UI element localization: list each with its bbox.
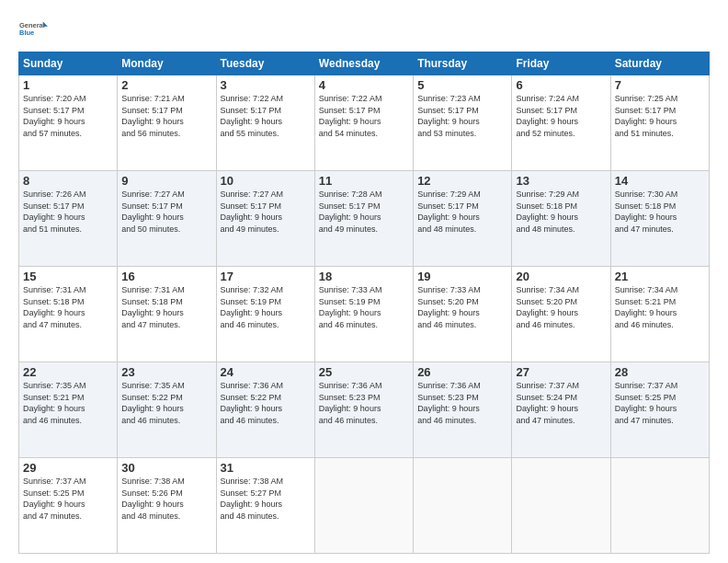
day-cell: 30Sunrise: 7:38 AM Sunset: 5:26 PM Dayli… — [118, 458, 216, 554]
day-info: Sunrise: 7:37 AM Sunset: 5:25 PM Dayligh… — [615, 380, 705, 426]
day-number: 15 — [23, 270, 113, 283]
day-number: 28 — [615, 365, 705, 379]
day-cell: 15Sunrise: 7:31 AM Sunset: 5:18 PM Dayli… — [19, 267, 118, 362]
day-number: 31 — [221, 461, 311, 475]
day-cell: 31Sunrise: 7:38 AM Sunset: 5:27 PM Dayli… — [216, 458, 314, 554]
day-info: Sunrise: 7:20 AM Sunset: 5:17 PM Dayligh… — [23, 93, 113, 139]
day-info: Sunrise: 7:25 AM Sunset: 5:17 PM Dayligh… — [615, 93, 705, 139]
day-info: Sunrise: 7:33 AM Sunset: 5:19 PM Dayligh… — [319, 284, 409, 330]
day-cell: 9Sunrise: 7:27 AM Sunset: 5:17 PM Daylig… — [118, 171, 216, 267]
day-number: 22 — [23, 365, 113, 379]
day-cell: 25Sunrise: 7:36 AM Sunset: 5:23 PM Dayli… — [314, 362, 413, 458]
day-cell — [314, 458, 413, 554]
day-number: 7 — [615, 78, 705, 92]
day-info: Sunrise: 7:35 AM Sunset: 5:21 PM Dayligh… — [23, 380, 113, 426]
day-number: 3 — [221, 78, 311, 92]
day-cell: 20Sunrise: 7:34 AM Sunset: 5:20 PM Dayli… — [512, 267, 610, 362]
day-cell: 5Sunrise: 7:23 AM Sunset: 5:17 PM Daylig… — [414, 75, 512, 171]
day-info: Sunrise: 7:23 AM Sunset: 5:17 PM Dayligh… — [417, 93, 507, 139]
day-number: 24 — [221, 365, 311, 379]
day-cell — [610, 458, 709, 554]
day-number: 17 — [221, 270, 311, 283]
day-cell — [512, 458, 610, 554]
day-info: Sunrise: 7:35 AM Sunset: 5:22 PM Dayligh… — [121, 380, 211, 426]
svg-text:Blue: Blue — [19, 29, 34, 37]
day-number: 4 — [319, 78, 409, 92]
day-cell: 24Sunrise: 7:36 AM Sunset: 5:22 PM Dayli… — [216, 362, 314, 458]
day-info: Sunrise: 7:38 AM Sunset: 5:27 PM Dayligh… — [221, 476, 311, 522]
day-info: Sunrise: 7:29 AM Sunset: 5:17 PM Dayligh… — [417, 189, 507, 235]
day-cell: 1Sunrise: 7:20 AM Sunset: 5:17 PM Daylig… — [19, 75, 118, 171]
week-row-4: 22Sunrise: 7:35 AM Sunset: 5:21 PM Dayli… — [19, 362, 710, 458]
day-info: Sunrise: 7:28 AM Sunset: 5:17 PM Dayligh… — [319, 189, 409, 235]
calendar-table: SundayMondayTuesdayWednesdayThursdayFrid… — [18, 52, 710, 554]
day-number: 16 — [121, 270, 211, 283]
day-cell: 12Sunrise: 7:29 AM Sunset: 5:17 PM Dayli… — [414, 171, 512, 267]
day-cell: 14Sunrise: 7:30 AM Sunset: 5:18 PM Dayli… — [610, 171, 709, 267]
day-cell: 7Sunrise: 7:25 AM Sunset: 5:17 PM Daylig… — [610, 75, 709, 171]
day-number: 21 — [615, 270, 705, 283]
day-cell: 27Sunrise: 7:37 AM Sunset: 5:24 PM Dayli… — [512, 362, 610, 458]
day-info: Sunrise: 7:30 AM Sunset: 5:18 PM Dayligh… — [615, 189, 705, 235]
day-cell: 17Sunrise: 7:32 AM Sunset: 5:19 PM Dayli… — [216, 267, 314, 362]
day-cell: 26Sunrise: 7:36 AM Sunset: 5:23 PM Dayli… — [414, 362, 512, 458]
day-info: Sunrise: 7:31 AM Sunset: 5:18 PM Dayligh… — [121, 284, 211, 330]
day-info: Sunrise: 7:37 AM Sunset: 5:24 PM Dayligh… — [516, 380, 606, 426]
day-info: Sunrise: 7:37 AM Sunset: 5:25 PM Dayligh… — [23, 476, 113, 522]
weekday-header-thursday: Thursday — [414, 52, 512, 75]
day-number: 14 — [615, 174, 705, 188]
day-info: Sunrise: 7:31 AM Sunset: 5:18 PM Dayligh… — [23, 284, 113, 330]
day-number: 6 — [516, 78, 606, 92]
day-info: Sunrise: 7:26 AM Sunset: 5:17 PM Dayligh… — [23, 189, 113, 235]
day-info: Sunrise: 7:22 AM Sunset: 5:17 PM Dayligh… — [221, 93, 311, 139]
svg-text:General: General — [19, 21, 45, 29]
day-info: Sunrise: 7:24 AM Sunset: 5:17 PM Dayligh… — [516, 93, 606, 139]
day-cell: 6Sunrise: 7:24 AM Sunset: 5:17 PM Daylig… — [512, 75, 610, 171]
day-info: Sunrise: 7:36 AM Sunset: 5:23 PM Dayligh… — [319, 380, 409, 426]
day-number: 12 — [417, 174, 507, 188]
day-info: Sunrise: 7:27 AM Sunset: 5:17 PM Dayligh… — [121, 189, 211, 235]
day-cell — [414, 458, 512, 554]
logo: General Blue — [18, 15, 48, 44]
day-info: Sunrise: 7:34 AM Sunset: 5:20 PM Dayligh… — [516, 284, 606, 330]
day-number: 13 — [516, 174, 606, 188]
day-info: Sunrise: 7:38 AM Sunset: 5:26 PM Dayligh… — [121, 476, 211, 522]
weekday-header-tuesday: Tuesday — [216, 52, 314, 75]
day-info: Sunrise: 7:34 AM Sunset: 5:21 PM Dayligh… — [615, 284, 705, 330]
day-cell: 16Sunrise: 7:31 AM Sunset: 5:18 PM Dayli… — [118, 267, 216, 362]
day-number: 25 — [319, 365, 409, 379]
logo-svg: General Blue — [18, 15, 48, 44]
day-info: Sunrise: 7:36 AM Sunset: 5:23 PM Dayligh… — [417, 380, 507, 426]
day-info: Sunrise: 7:33 AM Sunset: 5:20 PM Dayligh… — [417, 284, 507, 330]
day-cell: 21Sunrise: 7:34 AM Sunset: 5:21 PM Dayli… — [610, 267, 709, 362]
day-info: Sunrise: 7:36 AM Sunset: 5:22 PM Dayligh… — [221, 380, 311, 426]
weekday-header-wednesday: Wednesday — [314, 52, 413, 75]
day-number: 30 — [121, 461, 211, 475]
day-number: 5 — [417, 78, 507, 92]
day-info: Sunrise: 7:22 AM Sunset: 5:17 PM Dayligh… — [319, 93, 409, 139]
day-cell: 4Sunrise: 7:22 AM Sunset: 5:17 PM Daylig… — [314, 75, 413, 171]
day-number: 1 — [23, 78, 113, 92]
day-number: 18 — [319, 270, 409, 283]
weekday-header-saturday: Saturday — [610, 52, 709, 75]
day-number: 10 — [221, 174, 311, 188]
day-number: 23 — [121, 365, 211, 379]
day-cell: 3Sunrise: 7:22 AM Sunset: 5:17 PM Daylig… — [216, 75, 314, 171]
day-cell: 28Sunrise: 7:37 AM Sunset: 5:25 PM Dayli… — [610, 362, 709, 458]
weekday-header-friday: Friday — [512, 52, 610, 75]
day-number: 29 — [23, 461, 113, 475]
week-row-3: 15Sunrise: 7:31 AM Sunset: 5:18 PM Dayli… — [19, 267, 710, 362]
day-cell: 18Sunrise: 7:33 AM Sunset: 5:19 PM Dayli… — [314, 267, 413, 362]
day-cell: 8Sunrise: 7:26 AM Sunset: 5:17 PM Daylig… — [19, 171, 118, 267]
day-info: Sunrise: 7:27 AM Sunset: 5:17 PM Dayligh… — [221, 189, 311, 235]
day-number: 20 — [516, 270, 606, 283]
header: General Blue — [18, 15, 710, 44]
day-cell: 2Sunrise: 7:21 AM Sunset: 5:17 PM Daylig… — [118, 75, 216, 171]
day-cell: 29Sunrise: 7:37 AM Sunset: 5:25 PM Dayli… — [19, 458, 118, 554]
weekday-header-row: SundayMondayTuesdayWednesdayThursdayFrid… — [19, 52, 710, 75]
calendar-page: General Blue SundayMondayTuesdayWednesda… — [0, 0, 728, 563]
day-info: Sunrise: 7:21 AM Sunset: 5:17 PM Dayligh… — [121, 93, 211, 139]
day-number: 9 — [121, 174, 211, 188]
week-row-1: 1Sunrise: 7:20 AM Sunset: 5:17 PM Daylig… — [19, 75, 710, 171]
day-cell: 19Sunrise: 7:33 AM Sunset: 5:20 PM Dayli… — [414, 267, 512, 362]
